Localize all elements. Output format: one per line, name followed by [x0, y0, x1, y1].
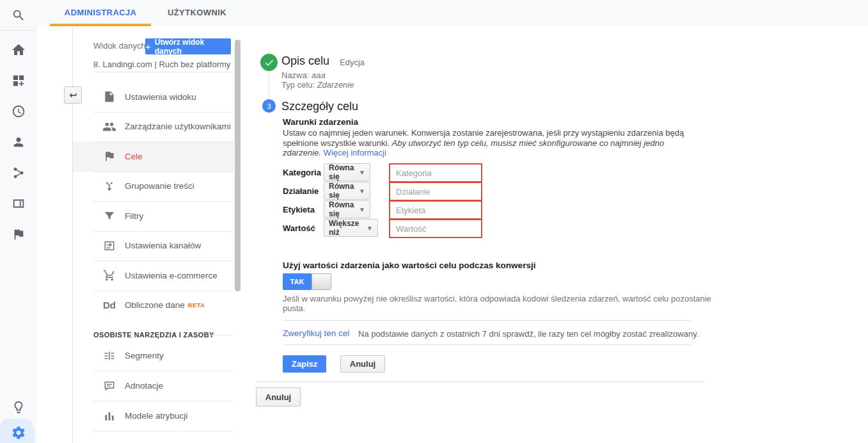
tab-administracja[interactable]: ADMINISTRACJA: [50, 0, 151, 24]
personal-tools-section-title: OSOBISTE NARZĘDZIA I ZASOBY: [93, 331, 214, 339]
current-view-name: 8. Landingi.com | Ruch bez platformy: [93, 60, 233, 69]
plus-icon: +: [145, 41, 151, 52]
view-panel-label: Widok danych: [93, 41, 146, 51]
tab-uzytkownik[interactable]: UŻYTKOWNIK: [159, 0, 235, 24]
condition-label: Etykieta: [283, 205, 315, 214]
content-divider: [283, 344, 691, 345]
sidebar-item-filtry[interactable]: Filtry: [73, 201, 234, 231]
home-icon[interactable]: [11, 42, 26, 58]
sidebar-item-adnotacje[interactable]: Adnotacje: [73, 371, 234, 401]
admin-gear-icon[interactable]: [11, 425, 26, 440]
toggle-knob: [312, 273, 331, 290]
operator-value: Równa się: [329, 200, 356, 218]
operator-dropdown-kategoria[interactable]: Równa się▼: [324, 163, 370, 181]
condition-label: Wartość: [283, 223, 315, 233]
condition-label: Kategoria: [283, 168, 321, 177]
active-tab-underline: [50, 24, 151, 26]
create-view-button-label: Utwórz widok danych: [155, 38, 231, 56]
conversions-flag-icon[interactable]: [11, 227, 26, 242]
sidebar-item-label: Ustawienia kanałów: [125, 241, 201, 250]
sidebar-item-zarzadzanie-uzytkownikami[interactable]: Zarządzanie użytkownikami: [73, 112, 234, 142]
sidebar-scrollbar[interactable]: [235, 40, 241, 291]
sidebar-item-label: Filtry: [125, 211, 143, 221]
annotation-bubble-icon: [102, 379, 116, 393]
condition-input-wartosc[interactable]: [389, 219, 482, 238]
edit-link[interactable]: Edycja: [340, 58, 365, 67]
app-navigation-rail: [0, 0, 37, 443]
operator-dropdown-etykieta[interactable]: Równa się▼: [324, 200, 370, 218]
sidebar-item-cele[interactable]: Cele: [73, 141, 234, 172]
sidebar-item-ustawienia-kanalow[interactable]: Ustawienia kanałów: [73, 231, 234, 261]
operator-value: Równa się: [329, 163, 356, 181]
sidebar-item-modele-atrybucji[interactable]: Modele atrybucji: [73, 401, 234, 431]
audience-person-icon[interactable]: [11, 134, 26, 150]
customization-icon[interactable]: [11, 73, 26, 88]
outer-cancel-button[interactable]: Anuluj: [256, 387, 301, 407]
people-icon: [102, 120, 116, 134]
conditions-description: Ustaw co najmniej jeden warunek. Konwers…: [283, 128, 700, 158]
sidebar-item-label: Ustawienia widoku: [125, 92, 196, 102]
chevron-down-icon: ▼: [367, 225, 373, 232]
step-done-check-icon: [260, 54, 278, 71]
save-button[interactable]: Zapisz: [283, 355, 326, 373]
realtime-clock-icon[interactable]: [11, 104, 26, 119]
sidebar-item-label: Obliczone dane: [125, 300, 185, 310]
search-icon[interactable]: [11, 8, 26, 23]
rail-divider: [0, 30, 37, 31]
goal-type-label: Typ celu:: [281, 80, 315, 90]
toggle-on-label: TAK: [283, 273, 312, 290]
segments-icon: [102, 349, 116, 363]
content-grouping-icon: [102, 179, 116, 193]
sidebar-item-obliczone-dane[interactable]: Dd Obliczone dane BETA: [73, 291, 234, 321]
chevron-down-icon: ▼: [359, 169, 365, 176]
conditions-heading: Warunki zdarzenia: [283, 117, 358, 127]
condition-input-etykieta[interactable]: [389, 200, 482, 220]
operator-dropdown-dzialanie[interactable]: Równa się▼: [324, 182, 370, 200]
attribution-chart-icon: [102, 409, 116, 423]
event-value-toggle[interactable]: TAK: [283, 273, 331, 290]
operator-dropdown-wartosc[interactable]: Większe niż▼: [324, 219, 378, 237]
behavior-icon[interactable]: [11, 196, 26, 211]
verify-goal-link-label: Zweryfikuj ten cel: [283, 328, 349, 338]
sidebar-item-label: Modele atrybucji: [125, 411, 187, 421]
verify-goal-link[interactable]: Zweryfikuj ten cel: [283, 328, 349, 338]
operator-value: Równa się: [329, 182, 356, 200]
condition-label: Działanie: [283, 186, 319, 196]
document-icon: [102, 90, 116, 104]
sidebar-item-label: Zarządzanie użytkownikami: [125, 122, 231, 131]
beta-badge: BETA: [188, 302, 205, 309]
sidebar-item-label: Ustawienia e-commerce: [125, 271, 217, 280]
sidebar-item-segmenty[interactable]: Segmenty: [73, 341, 234, 371]
goal-flag-icon: [102, 149, 116, 163]
chevron-down-icon: ▼: [359, 206, 365, 213]
filter-funnel-icon: [102, 209, 116, 223]
condition-input-dzialanie[interactable]: [389, 182, 482, 201]
acquisition-icon[interactable]: [11, 165, 26, 181]
content-divider: [283, 320, 691, 321]
step-number-badge: 3: [262, 99, 276, 113]
cart-icon: [102, 268, 116, 282]
sidebar-item-ustawienia-widoku[interactable]: Ustawienia widoku: [73, 82, 234, 112]
tab-uzytkownik-label: UŻYTKOWNIK: [168, 8, 226, 17]
sidebar-item-label: Cele: [125, 152, 143, 161]
chevron-down-icon: ▼: [359, 188, 365, 195]
cancel-button[interactable]: Anuluj: [340, 355, 385, 373]
goal-type-line: Typ celu: Zdarzenie: [281, 80, 354, 90]
more-info-link[interactable]: Więcej informacji: [324, 148, 386, 157]
sidebar-item-partial[interactable]: Niestandardowe kanały: [73, 431, 234, 443]
analytics-admin-page: ADMINISTRACJA UŻYTKOWNIK Widok danych + …: [0, 0, 868, 443]
insights-lightbulb-icon[interactable]: [11, 399, 26, 415]
partial-item-icon: [102, 439, 116, 443]
goal-type-value: Zdarzenie: [317, 80, 354, 90]
sidebar-item-grupowanie-tresci[interactable]: Grupowanie treści: [73, 172, 234, 202]
section-divider: [211, 335, 233, 335]
create-view-button[interactable]: + Utwórz widok danych: [145, 38, 231, 54]
tab-administracja-label: ADMINISTRACJA: [65, 8, 137, 17]
calculated-data-dd-icon: Dd: [102, 298, 116, 312]
goal-name-line: Nazwa: aaa: [281, 70, 326, 80]
channel-settings-icon: [102, 239, 116, 253]
step-current-title: Szczegóły celu: [281, 100, 358, 113]
sidebar-item-ustawienia-ecommerce[interactable]: Ustawienia e-commerce: [73, 261, 234, 291]
condition-input-kategoria[interactable]: [389, 163, 482, 182]
sidebar-divider: [93, 72, 233, 72]
